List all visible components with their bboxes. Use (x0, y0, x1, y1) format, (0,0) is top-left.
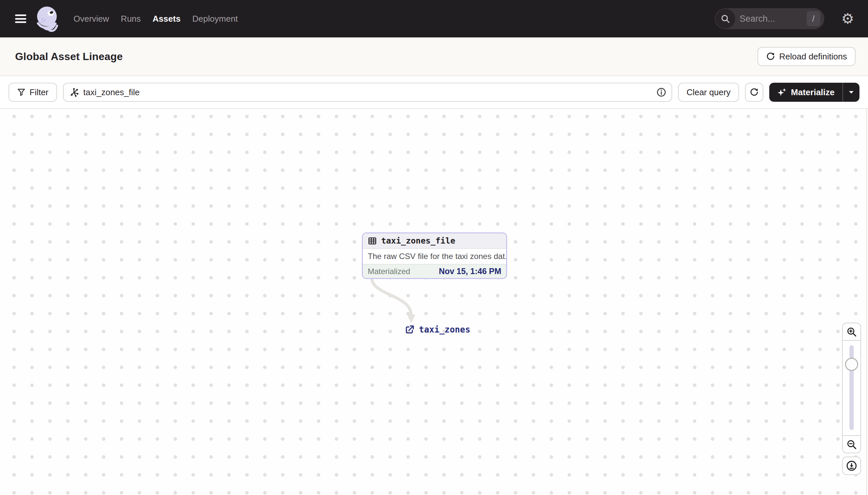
lineage-canvas[interactable]: taxi_zones_file The raw CSV file for the… (0, 109, 868, 495)
table-icon (368, 236, 377, 245)
zoom-in-icon (846, 327, 857, 337)
search-input[interactable] (735, 14, 807, 24)
asset-query-box[interactable] (63, 83, 672, 102)
downstream-asset-label: taxi_zones (419, 325, 471, 335)
downstream-asset-taxi_zones[interactable]: taxi_zones (405, 322, 471, 337)
asset-node-footer: Materialized Nov 15, 1:46 PM (363, 264, 506, 278)
zoom-slider[interactable] (843, 341, 861, 435)
materialization-timestamp-link[interactable]: Nov 15, 1:46 PM (439, 267, 501, 276)
materialize-dropdown-caret[interactable] (843, 83, 860, 102)
asset-node-header: taxi_zones_file (363, 233, 506, 249)
top-navbar: Overview Runs Assets Deployment / ⚙ (0, 0, 868, 37)
sparkles-icon (777, 87, 787, 97)
arrow-down-circle-icon (846, 460, 857, 471)
nav-tab-deployment[interactable]: Deployment (192, 0, 238, 37)
page-title: Global Asset Lineage (15, 51, 123, 63)
asset-node-title: taxi_zones_file (381, 236, 455, 245)
zoom-controls (842, 323, 861, 475)
global-search[interactable]: / (715, 8, 825, 29)
refresh-icon (749, 88, 759, 97)
nav-tab-overview[interactable]: Overview (73, 0, 109, 37)
search-icon (715, 9, 735, 29)
canvas-right-edge (866, 109, 867, 495)
dagster-logo[interactable] (34, 5, 60, 33)
zoom-out-icon (846, 439, 857, 450)
lineage-edge (0, 109, 868, 495)
materialized-status-label: Materialized (368, 267, 410, 276)
hamburger-menu-icon[interactable] (15, 14, 26, 23)
search-shortcut-key: / (807, 11, 820, 26)
filter-button[interactable]: Filter (8, 83, 57, 102)
chevron-down-icon (848, 90, 854, 94)
materialize-split-button: Materialize (769, 83, 860, 102)
lineage-toolbar: Filter Clear query (0, 76, 868, 109)
refresh-icon (766, 52, 775, 61)
gear-icon[interactable]: ⚙ (842, 12, 854, 26)
nav-tab-assets[interactable]: Assets (153, 0, 180, 37)
nav-tab-runs[interactable]: Runs (121, 0, 141, 37)
primary-nav: Overview Runs Assets Deployment (73, 0, 238, 37)
asset-query-input[interactable] (83, 87, 652, 98)
external-link-icon (405, 325, 415, 335)
refresh-graph-button[interactable] (745, 83, 763, 102)
zoom-out-button[interactable] (843, 435, 861, 453)
clear-query-button[interactable]: Clear query (678, 83, 739, 102)
asset-node-description: The raw CSV file for the taxi zones dat.… (363, 249, 506, 264)
zoom-slider-handle[interactable] (845, 358, 858, 371)
info-icon[interactable] (656, 87, 666, 97)
funnel-icon (17, 88, 25, 97)
zoom-in-button[interactable] (843, 323, 861, 341)
page-header: Global Asset Lineage Reload definitions (0, 37, 868, 76)
materialize-button[interactable]: Materialize (769, 83, 843, 102)
lineage-graph-icon (70, 88, 79, 97)
reload-definitions-button[interactable]: Reload definitions (758, 47, 855, 66)
asset-node-taxi_zones_file[interactable]: taxi_zones_file The raw CSV file for the… (362, 233, 507, 279)
center-view-button[interactable] (842, 457, 861, 475)
